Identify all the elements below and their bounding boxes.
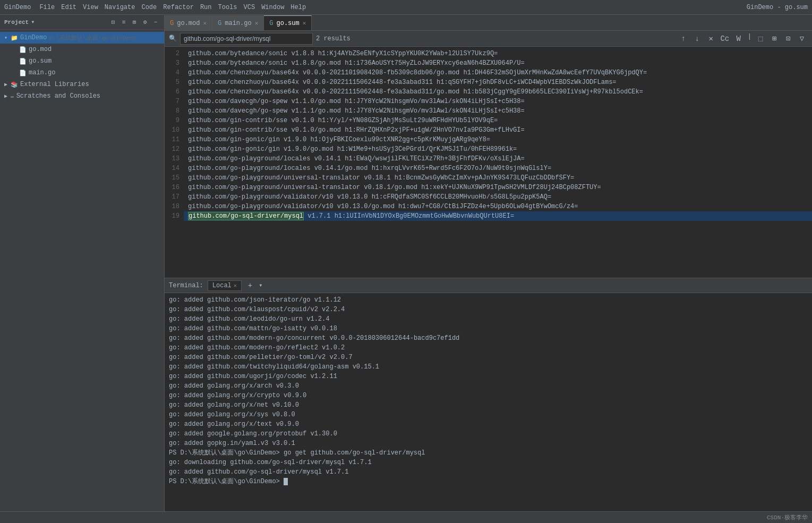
code-line: github.com/go-playground/validator/v10 v… xyxy=(184,192,812,202)
menu-refactor[interactable]: Refactor xyxy=(163,4,194,11)
search-result-count: 2 results xyxy=(316,35,351,42)
sidebar-item-external-libs[interactable]: ▶ 📚 External Libraries xyxy=(0,79,164,90)
line-numbers: 2345678910111213141516171819 xyxy=(165,47,184,278)
title-bar: GinDemo File Edit View Navigate Code Ref… xyxy=(0,0,812,15)
menu-file[interactable]: File xyxy=(39,4,55,11)
code-editor[interactable]: 2345678910111213141516171819 github.com/… xyxy=(165,47,812,278)
scratches-arrow-icon: ▶ xyxy=(4,93,11,99)
search-filter-icon[interactable]: ▽ xyxy=(796,33,808,45)
gindemo-label: GinDemo xyxy=(20,34,47,41)
file-icon3: 📄 xyxy=(19,70,27,76)
ext-libs-label: External Libraries xyxy=(20,81,89,88)
code-line: github.com/go-playground/validator/v10 v… xyxy=(184,202,812,211)
folder-icon: 📁 xyxy=(11,35,18,41)
sidebar-item-go-mod[interactable]: 📄 go.mod xyxy=(0,44,164,55)
code-line: github.com/chenzhuoyu/base64x v0.0.0-202… xyxy=(184,87,812,97)
sidebar-tree: ▾ 📁 GinDemo D:\系统默认\桌面\go\GinDemo 📄 go.m… xyxy=(0,30,164,511)
project-label: Project xyxy=(4,19,29,25)
menu-navigate[interactable]: Navigate xyxy=(105,4,135,11)
tab-go-mod[interactable]: G go.mod ✕ xyxy=(165,15,212,30)
main-go-tab-close-icon[interactable]: ✕ xyxy=(255,20,259,27)
main-go-label: main.go xyxy=(29,69,55,76)
code-content: github.com/bytedance/sonic v1.8.8 h1:Kj4… xyxy=(184,47,812,278)
go-sum-tab-close-icon[interactable]: ✕ xyxy=(303,20,306,27)
sidebar-item-main-go[interactable]: 📄 main.go xyxy=(0,67,164,79)
code-line: github.com/go-sql-driver/mysql v1.7.1 h1… xyxy=(184,211,812,221)
terminal-line: go: added golang.org/x/crypto v0.9.0 xyxy=(169,391,808,400)
terminal-line: go: added golang.org/x/text v0.9.0 xyxy=(169,419,808,429)
ext-libs-icon: 📚 xyxy=(11,81,18,88)
menu-run[interactable]: Run xyxy=(200,4,212,11)
search-icon: 🔍 xyxy=(169,35,177,42)
terminal-content[interactable]: go: added github.com/json-iterator/go v1… xyxy=(165,293,812,511)
menu-vcs[interactable]: VCS xyxy=(244,4,255,11)
search-preserve-case-icon[interactable]: ⊡ xyxy=(782,33,794,45)
search-prev-icon[interactable]: ↑ xyxy=(678,33,689,45)
search-input[interactable] xyxy=(180,33,313,45)
menu-edit[interactable]: Edit xyxy=(61,4,76,11)
scratches-icon: ✏ xyxy=(11,93,14,100)
menu-view[interactable]: View xyxy=(83,4,98,11)
code-line: github.com/bytedance/sonic v1.8.8 h1:Kj4… xyxy=(184,49,812,58)
terminal-line: go: added golang.org/x/net v0.10.0 xyxy=(169,400,808,410)
terminal-tab-label: Local xyxy=(212,282,232,289)
code-line: github.com/go-playground/universal-trans… xyxy=(184,183,812,192)
status-right-text: CSDN·极客李华 xyxy=(767,513,808,521)
menu-bar: File Edit View Navigate Code Refactor Ru… xyxy=(39,4,306,11)
search-in-selection-icon[interactable]: ⬚ xyxy=(755,33,766,45)
terminal-cursor xyxy=(284,478,288,485)
terminal-line: go: downloading github.com/go-sql-driver… xyxy=(169,458,808,467)
sidebar-item-gindemo[interactable]: ▾ 📁 GinDemo D:\系统默认\桌面\go\GinDemo xyxy=(0,32,164,44)
editor-area: G go.mod ✕ G main.go ✕ G go.sum ✕ 🔍 2 re… xyxy=(165,15,812,511)
code-line: github.com/gin-gonic/gin v1.9.0 h1:OjyFB… xyxy=(184,135,812,144)
terminal-line: go: added github.com/leodido/go-urn v1.2… xyxy=(169,314,808,324)
search-close-icon[interactable]: ✕ xyxy=(705,33,717,45)
terminal-line: go: added golang.org/x/sys v0.8.0 xyxy=(169,410,808,419)
tab-main-go[interactable]: G main.go ✕ xyxy=(212,15,264,30)
sidebar-collapse-icon[interactable]: ≡ xyxy=(119,18,128,27)
sidebar-item-go-sum[interactable]: 📄 go.sum xyxy=(0,55,164,67)
terminal-line: go: added github.com/json-iterator/go v1… xyxy=(169,295,808,305)
project-chevron-icon: ▾ xyxy=(31,18,35,26)
search-match-case-icon[interactable]: Cc xyxy=(719,33,731,45)
app-name: GinDemo xyxy=(4,4,31,11)
sidebar-close-icon[interactable]: − xyxy=(151,18,160,27)
tab-go-sum[interactable]: G go.sum ✕ xyxy=(264,15,312,30)
terminal-line: go: added github.com/mattn/go-isatty v0.… xyxy=(169,324,808,333)
menu-code[interactable]: Code xyxy=(141,4,157,11)
go-mod-tab-close-icon[interactable]: ✕ xyxy=(203,20,207,27)
code-line: github.com/chenzhuoyu/base64x v0.0.0-202… xyxy=(184,78,812,87)
search-toolbar: ↑ ↓ ✕ Cc W | ⬚ ⊞ ⊡ ▽ xyxy=(678,33,808,45)
go-mod-tab-label: go.mod xyxy=(177,20,200,27)
code-line: github.com/chenzhuoyu/base64x v0.0.0-202… xyxy=(184,68,812,78)
search-separator: | xyxy=(747,33,753,45)
menu-tools[interactable]: Tools xyxy=(218,4,237,11)
terminal-close-icon[interactable]: ✕ xyxy=(234,282,237,289)
menu-help[interactable]: Help xyxy=(290,4,306,11)
code-line: github.com/gin-contrib/sse v0.1.0 h1:Y/y… xyxy=(184,116,812,125)
search-word-icon[interactable]: W xyxy=(733,33,745,45)
terminal-add-icon[interactable]: + xyxy=(246,281,254,290)
code-line: github.com/go-playground/locales v0.14.1… xyxy=(184,164,812,173)
terminal-line: PS D:\系统默认\桌面\go\GinDemo> go get github.… xyxy=(169,448,808,458)
terminal-line: go: added github.com/modern-go/reflect2 … xyxy=(169,343,808,353)
sidebar-item-scratches[interactable]: ▶ ✏ Scratches and Consoles xyxy=(0,90,164,102)
code-line: github.com/gin-gonic/gin v1.9.0/go.mod h… xyxy=(184,144,812,154)
sidebar: Project ▾ ⊡ ≡ ⊞ ⚙ − ▾ 📁 GinDemo D:\系统默认\… xyxy=(0,15,165,511)
ext-libs-arrow-icon: ▶ xyxy=(4,81,11,88)
sidebar-scope-icon[interactable]: ⊡ xyxy=(109,18,117,27)
status-bar: CSDN·极客李华 xyxy=(0,511,812,523)
sidebar-expand-icon[interactable]: ⊞ xyxy=(130,18,139,27)
file-icon: 📄 xyxy=(19,46,27,53)
search-next-icon[interactable]: ↓ xyxy=(691,33,703,45)
search-multiline-icon[interactable]: ⊞ xyxy=(768,33,780,45)
terminal-label: Terminal: xyxy=(169,282,203,289)
code-line: github.com/davecgh/go-spew v1.1.0/go.mod… xyxy=(184,97,812,106)
sidebar-settings-icon[interactable]: ⚙ xyxy=(141,18,149,27)
menu-window[interactable]: Window xyxy=(261,4,284,11)
terminal-line: go: added github.com/ugorji/go/codec v1.… xyxy=(169,372,808,381)
terminal-header: Terminal: Local ✕ + ▾ xyxy=(165,278,812,293)
terminal-chevron-icon[interactable]: ▾ xyxy=(259,281,262,289)
terminal-tab-local[interactable]: Local ✕ xyxy=(208,280,242,291)
sidebar-header: Project ▾ ⊡ ≡ ⊞ ⚙ − xyxy=(0,15,164,30)
